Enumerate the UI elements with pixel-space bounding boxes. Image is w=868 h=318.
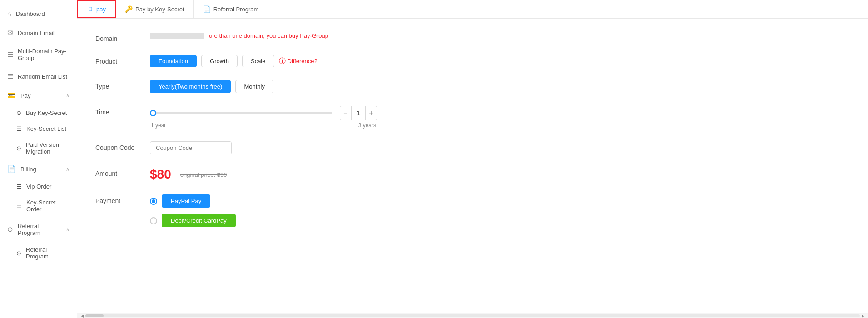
payment-options: PayPal Pay Debit/Credit CardPay xyxy=(150,194,236,227)
sidebar-item-label: Multi-Domain Pay-Group xyxy=(18,48,69,61)
time-slider[interactable] xyxy=(150,112,332,114)
slider-row: − 1 + xyxy=(150,106,377,120)
paypal-radio[interactable] xyxy=(150,198,157,205)
vip-order-icon: ☰ xyxy=(16,183,22,190)
tab-pay[interactable]: 🖥 pay xyxy=(77,0,116,18)
product-row: Product Foundation Growth Scale ⓘ Differ… xyxy=(95,55,850,67)
random-email-icon: ☰ xyxy=(7,72,13,80)
difference-link[interactable]: ⓘ Difference? xyxy=(279,57,317,65)
main-area: 🖥 pay 🔑 Pay by Key-Secret 📄 Referral Pro… xyxy=(77,0,868,318)
payment-control: PayPal Pay Debit/Credit CardPay xyxy=(150,194,850,227)
tab-label: Referral Program xyxy=(213,6,259,13)
stepper-increment-button[interactable]: + xyxy=(366,106,377,120)
coupon-input[interactable] xyxy=(150,141,232,154)
tab-referral-program[interactable]: 📄 Referral Program xyxy=(194,0,268,18)
key-secret-order-icon: ☰ xyxy=(16,203,22,209)
stepper-value: 1 xyxy=(351,106,366,120)
original-price: original price: $96 xyxy=(180,171,227,178)
multi-domain-icon: ☰ xyxy=(7,50,13,59)
domain-row: Domain ore than one domain, you can buy … xyxy=(95,32,850,42)
time-stepper: − 1 + xyxy=(340,106,377,120)
product-scale-button[interactable]: Scale xyxy=(242,55,274,67)
domain-placeholder xyxy=(150,33,204,39)
stepper-decrement-button[interactable]: − xyxy=(340,106,351,120)
time-max-label: 3 years xyxy=(358,122,376,129)
sidebar-subitem-key-secret-list[interactable]: ☰ Key-Secret List xyxy=(0,121,77,137)
billing-chevron-icon: ∧ xyxy=(66,166,69,172)
pay-icon: 💳 xyxy=(7,91,16,99)
scroll-left-arrow[interactable]: ◂ xyxy=(79,313,85,318)
scroll-right-arrow[interactable]: ▸ xyxy=(860,313,866,318)
sidebar-item-referral[interactable]: ⊙ Referral Program ∧ xyxy=(0,217,77,242)
sidebar: ⌂ Dashboard ✉ Domain Email ☰ Multi-Domai… xyxy=(0,0,77,318)
sidebar-item-label: Pay xyxy=(20,92,30,99)
sidebar-subitem-paid-migration[interactable]: ⊙ Paid Version Migration xyxy=(0,137,77,159)
slider-labels: 1 year 3 years xyxy=(150,122,377,129)
tab-pay-by-key-secret[interactable]: 🔑 Pay by Key-Secret xyxy=(116,0,194,18)
referral-sub-icon: ⊙ xyxy=(16,250,21,257)
coupon-control xyxy=(150,141,850,154)
sidebar-subitem-label: Key-Secret Order xyxy=(26,199,69,213)
paypal-pay-button[interactable]: PayPal Pay xyxy=(162,194,210,208)
horizontal-scrollbar[interactable]: ◂ ▸ xyxy=(77,313,868,318)
sidebar-subitem-buy-key-secret[interactable]: ⊙ Buy Key-Secret xyxy=(0,105,77,121)
scroll-thumb[interactable] xyxy=(85,314,104,317)
card-radio[interactable] xyxy=(150,217,157,224)
type-yearly-button[interactable]: Yearly(Two months free) xyxy=(150,80,231,93)
key-secret-tab-icon: 🔑 xyxy=(125,5,133,13)
domain-email-icon: ✉ xyxy=(7,29,13,37)
product-foundation-button[interactable]: Foundation xyxy=(150,55,197,67)
product-growth-button[interactable]: Growth xyxy=(201,55,238,67)
sidebar-item-dashboard[interactable]: ⌂ Dashboard xyxy=(0,5,77,23)
tab-bar: 🖥 pay 🔑 Pay by Key-Secret 📄 Referral Pro… xyxy=(77,0,868,19)
product-control: Foundation Growth Scale ⓘ Difference? xyxy=(150,55,850,67)
paid-migration-icon: ⊙ xyxy=(16,145,21,152)
sidebar-item-random-email[interactable]: ☰ Random Email List xyxy=(0,67,77,86)
sidebar-item-pay[interactable]: 💳 Pay ∧ xyxy=(0,86,77,105)
sidebar-subitem-key-secret-order[interactable]: ☰ Key-Secret Order xyxy=(0,194,77,217)
payment-label: Payment xyxy=(95,194,150,204)
type-row: Type Yearly(Two months free) Monthly xyxy=(95,80,850,93)
sidebar-item-label: Billing xyxy=(20,166,36,173)
content-area: Domain ore than one domain, you can buy … xyxy=(77,19,868,313)
coupon-label: Coupon Code xyxy=(95,141,150,151)
type-label: Type xyxy=(95,80,150,90)
sidebar-subitem-referral-program[interactable]: ⊙ Referral Program xyxy=(0,242,77,264)
domain-control: ore than one domain, you can buy Pay-Gro… xyxy=(150,32,850,39)
referral-chevron-icon: ∧ xyxy=(66,227,69,233)
sidebar-subitem-vip-order[interactable]: ☰ Vip Order xyxy=(0,179,77,194)
key-secret-list-icon: ☰ xyxy=(16,125,22,132)
amount-row: Amount $80 original price: $96 xyxy=(95,167,850,182)
domain-label: Domain xyxy=(95,32,150,42)
dashboard-icon: ⌂ xyxy=(7,10,11,18)
difference-icon: ⓘ xyxy=(279,57,286,65)
difference-label: Difference? xyxy=(288,58,317,65)
sidebar-subitem-label: Key-Secret List xyxy=(26,125,66,132)
coupon-row: Coupon Code xyxy=(95,141,850,154)
sidebar-subitem-label: Referral Program xyxy=(26,246,69,260)
payment-option-paypal: PayPal Pay xyxy=(150,194,236,208)
product-label: Product xyxy=(95,55,150,65)
sidebar-item-domain-email[interactable]: ✉ Domain Email xyxy=(0,23,77,42)
sidebar-item-label: Random Email List xyxy=(18,73,67,80)
payment-option-card: Debit/Credit CardPay xyxy=(150,214,236,227)
sidebar-item-label: Domain Email xyxy=(18,30,55,36)
domain-link[interactable]: ore than one domain, you can buy Pay-Gro… xyxy=(209,32,328,39)
card-pay-button[interactable]: Debit/Credit CardPay xyxy=(162,214,236,227)
amount-control: $80 original price: $96 xyxy=(150,167,850,182)
sidebar-item-billing[interactable]: 📄 Billing ∧ xyxy=(0,159,77,179)
type-control: Yearly(Two months free) Monthly xyxy=(150,80,850,93)
time-label: Time xyxy=(95,106,150,116)
sidebar-subitem-label: Buy Key-Secret xyxy=(26,109,67,116)
pay-chevron-icon: ∧ xyxy=(66,93,69,99)
amount-value: $80 xyxy=(150,167,171,182)
tab-label: pay xyxy=(96,6,106,13)
time-control: − 1 + 1 year 3 years xyxy=(150,106,850,129)
scroll-track[interactable] xyxy=(85,314,860,317)
sidebar-subitem-label: Paid Version Migration xyxy=(26,141,69,155)
referral-tab-icon: 📄 xyxy=(203,5,211,13)
sidebar-item-multi-domain[interactable]: ☰ Multi-Domain Pay-Group xyxy=(0,42,77,67)
type-monthly-button[interactable]: Monthly xyxy=(235,80,273,93)
time-row: Time − 1 + 1 year 3 years xyxy=(95,106,850,129)
billing-icon: 📄 xyxy=(7,165,16,173)
